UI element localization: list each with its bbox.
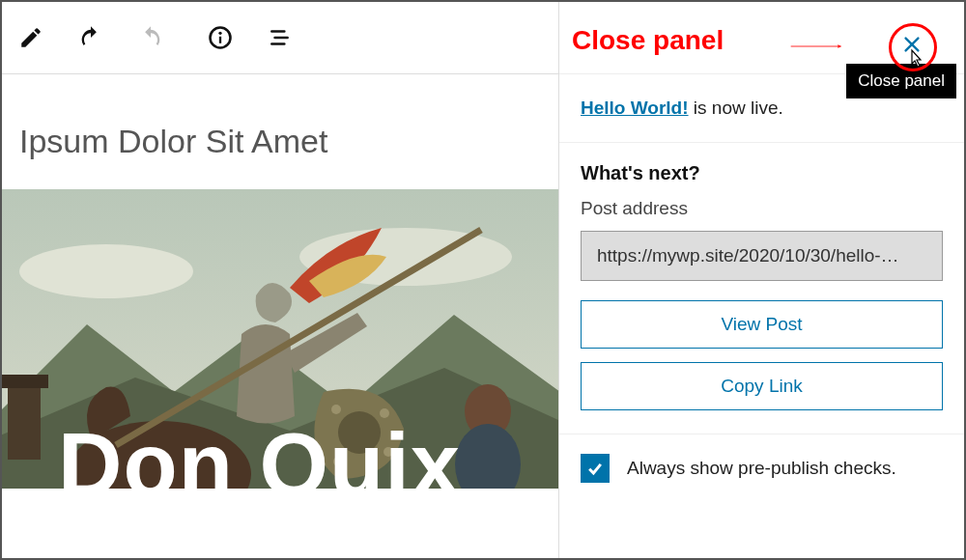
- svg-rect-7: [2, 375, 48, 388]
- redo-button: [133, 20, 168, 55]
- prepublish-check-row: Always show pre-publish checks.: [559, 434, 964, 502]
- svg-rect-6: [8, 382, 41, 460]
- whats-next-section: What's next? Post address https://mywp.s…: [559, 143, 964, 434]
- post-address-field[interactable]: https://mywp.site/2020/10/30/hello-…: [581, 231, 943, 281]
- published-post-link[interactable]: Hello World!: [581, 98, 689, 118]
- editor-canvas: Ipsum Dolor Sit Amet: [2, 74, 558, 558]
- prepublish-checkbox[interactable]: [581, 454, 610, 483]
- close-panel-tooltip: Close panel: [846, 64, 956, 98]
- svg-point-4: [19, 244, 193, 298]
- check-icon: [585, 459, 605, 478]
- svg-point-11: [331, 405, 341, 414]
- info-button[interactable]: [203, 20, 238, 55]
- panel-header: Close panel: [559, 2, 964, 74]
- close-panel-button[interactable]: [895, 27, 929, 62]
- whats-next-heading: What's next?: [581, 162, 943, 184]
- edit-button[interactable]: [14, 20, 48, 55]
- view-post-button[interactable]: View Post: [581, 300, 943, 349]
- publish-notice-text: is now live.: [689, 98, 783, 118]
- post-title[interactable]: Ipsum Dolor Sit Amet: [2, 74, 558, 189]
- svg-rect-2: [219, 37, 221, 43]
- post-address-label: Post address: [581, 198, 943, 219]
- hero-image-block[interactable]: Don Quix: [2, 189, 558, 489]
- svg-point-1: [218, 32, 221, 35]
- close-icon: [901, 34, 923, 55]
- undo-button[interactable]: [73, 20, 108, 55]
- outline-button[interactable]: [263, 20, 298, 55]
- prepublish-label: Always show pre-publish checks.: [627, 458, 896, 479]
- hero-title-text[interactable]: Don Quix: [58, 414, 461, 489]
- copy-link-button[interactable]: Copy Link: [581, 362, 943, 410]
- post-publish-panel: Close panel Hello World! is now live. Wh…: [558, 2, 964, 558]
